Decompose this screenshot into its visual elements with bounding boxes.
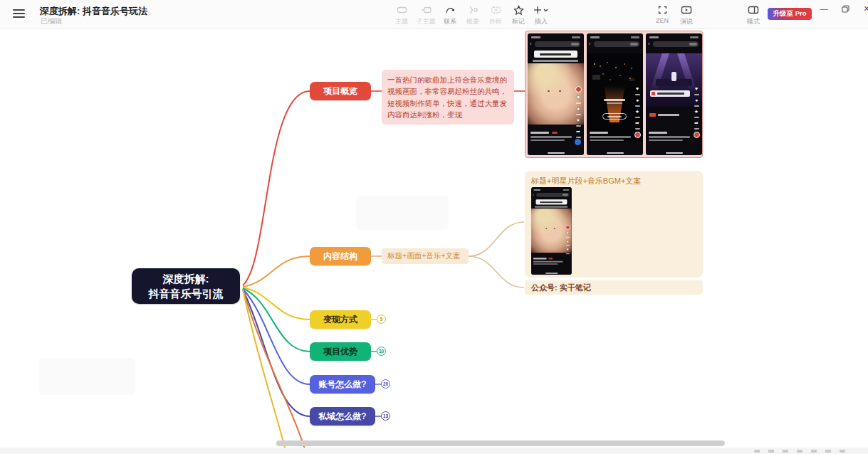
heart-icon: ♥	[636, 86, 639, 92]
douyin-screenshot-portrait[interactable]: ‹ ♥ ● ★ ➦	[528, 33, 584, 155]
minimize-icon[interactable]: —	[818, 3, 830, 14]
douyin-screenshot-night-road[interactable]: ‹ ♥ ● ★ ➦	[587, 33, 643, 155]
marker-star-icon	[513, 4, 524, 16]
favorite-star-icon: ★	[566, 248, 570, 252]
toolbar-mode[interactable]: 模式	[741, 4, 766, 26]
comment-icon: ●	[567, 239, 569, 243]
window-controls: — ✕	[818, 3, 868, 14]
back-icon: ‹	[533, 193, 534, 197]
branch-content-structure[interactable]: 内容结构	[310, 247, 371, 265]
comment-icon: ●	[636, 97, 639, 103]
favorite-star-icon: ★	[635, 109, 639, 115]
branch-project-overview[interactable]: 项目概览	[310, 82, 371, 100]
upgrade-pro-button[interactable]: 升级至 Pro	[768, 8, 812, 20]
relationship-icon	[445, 4, 456, 16]
douyin-screenshot-small[interactable]: ‹ ♥ ● ★	[531, 187, 572, 275]
collapse-badge[interactable]: 20	[381, 379, 390, 389]
toolbar-marker[interactable]: 标记	[506, 4, 531, 26]
search-bar	[536, 193, 569, 197]
overview-note[interactable]: 一首热门的歌曲加上符合音乐意境的视频画面，非常容易起粉丝的共鸣，短视频制作简单，…	[382, 70, 514, 125]
toolbar-subtopic[interactable]: 子主题	[413, 4, 439, 26]
watermark	[356, 196, 449, 230]
branch-project-advantages[interactable]: 项目优势	[310, 342, 371, 361]
back-icon: ‹	[648, 41, 649, 47]
toolbar-present[interactable]: 演说	[674, 4, 699, 26]
mode-panel-icon	[748, 4, 759, 16]
summary-icon	[468, 4, 479, 16]
toolbar-boundary[interactable]: 外框	[483, 4, 508, 26]
content-structure-child[interactable]: 标题+画面+音乐+文案	[382, 248, 469, 264]
branch-account-howto[interactable]: 账号怎么做?	[310, 375, 375, 394]
back-icon: ‹	[589, 41, 590, 47]
share-icon: ➦	[694, 120, 699, 126]
toolbar-summary[interactable]: 概要	[460, 4, 486, 26]
toolbar-topic[interactable]: 主题	[389, 4, 414, 26]
avatar-icon	[634, 132, 641, 138]
comment-icon: ●	[695, 97, 698, 103]
present-play-icon	[681, 4, 692, 16]
avatar-icon	[565, 225, 570, 229]
comment-icon: ●	[577, 106, 580, 112]
collapse-badge[interactable]: 10	[377, 347, 386, 356]
favorite-star-icon: ★	[576, 117, 580, 123]
document-status: 已编辑	[41, 16, 62, 26]
search-bar	[594, 41, 639, 47]
favorite-star-icon: ★	[694, 109, 699, 115]
app-window: 深度拆解: 抖音音乐号玩法 已编辑 主题 子主题 联系 概要 外框	[0, 0, 868, 454]
zen-brackets-icon	[657, 4, 668, 16]
detail-panel-title: 标题+明星片段+音乐BGM+文案	[531, 176, 696, 186]
douyin-screenshot-concert[interactable]: ‹ ♥ ● ★ ➦	[646, 33, 702, 155]
topic-icon	[397, 4, 407, 16]
toolbar-zen[interactable]: ZEN	[649, 4, 675, 24]
close-icon[interactable]: ✕	[861, 3, 868, 14]
hamburger-icon[interactable]	[13, 9, 25, 19]
search-bar	[653, 41, 699, 47]
restore-icon[interactable]	[840, 3, 851, 14]
header-bar: 深度拆解: 抖音音乐号玩法 已编辑 主题 子主题 联系 概要 外框	[0, 0, 868, 29]
chevron-down-icon	[544, 9, 548, 11]
video-screenshots-panel[interactable]: ‹ ♥ ● ★ ➦ ‹ ♥ ●	[525, 31, 703, 158]
insert-plus-icon	[533, 4, 549, 16]
share-icon: ➦	[576, 129, 580, 134]
share-icon: ➦	[635, 120, 639, 126]
horizontal-scrollbar[interactable]	[276, 440, 725, 446]
avatar-icon	[694, 132, 700, 138]
toolbar-relationship[interactable]: 联系	[437, 4, 463, 26]
watermark	[39, 358, 135, 395]
heart-icon: ♥	[695, 86, 698, 92]
back-icon: ‹	[530, 41, 531, 47]
branch-private-domain-howto[interactable]: 私域怎么做?	[310, 407, 375, 426]
collapse-badge[interactable]: 13	[381, 411, 390, 421]
subtopic-icon	[421, 4, 432, 16]
wechat-note[interactable]: 公众号: 实干笔记	[525, 280, 703, 295]
collapse-badge[interactable]: 5	[377, 315, 386, 324]
search-bar	[535, 41, 580, 47]
avatar-icon	[575, 86, 582, 93]
toolbar-insert[interactable]: 插入	[528, 4, 554, 26]
branch-monetization[interactable]: 变现方式	[310, 310, 371, 329]
heart-icon: ♥	[577, 95, 580, 100]
bottom-status-strip	[0, 448, 868, 454]
heart-icon: ♥	[567, 231, 569, 236]
boundary-icon	[491, 4, 501, 16]
central-topic[interactable]: 深度拆解: 抖音音乐号引流	[132, 268, 240, 304]
